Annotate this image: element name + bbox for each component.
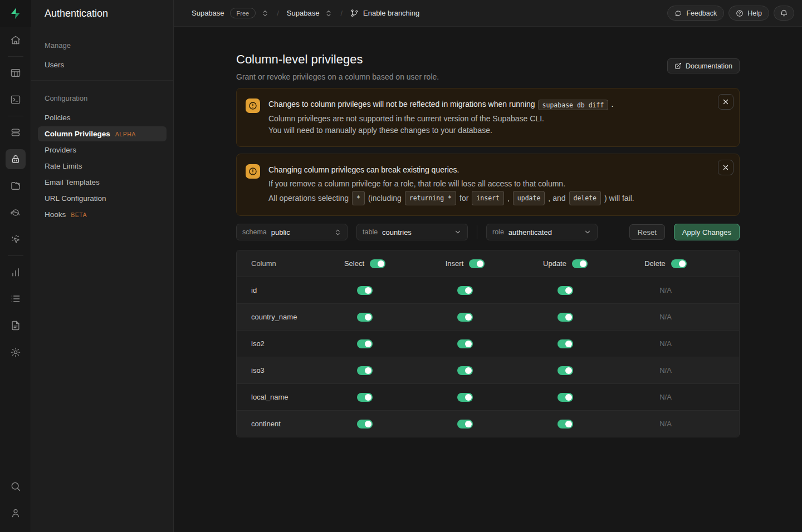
rail-item-account[interactable] [6,503,26,523]
documentation-button[interactable]: Documentation [667,58,740,73]
warning-banner-migrations: Changes to column privileges will not be… [236,88,740,147]
notifications-button[interactable] [774,6,794,21]
insert-toggle[interactable] [457,339,473,348]
update-toggle[interactable] [558,313,573,322]
supabase-logo[interactable] [0,0,31,27]
delete-na-label: N/A [659,366,672,375]
insert-all-toggle[interactable] [469,259,485,268]
feedback-button[interactable]: Feedback [667,6,724,21]
sidebar-item-policies[interactable]: Policies [38,110,167,125]
chevron-down-icon [454,228,462,236]
sidebar-item-column-privileges[interactable]: Column Privileges ALPHA [38,126,167,141]
realtime-cursor-icon [10,234,21,245]
chevrons-up-down-icon[interactable] [261,9,269,17]
sidebar-item-url-configuration[interactable]: URL Configuration [38,191,167,206]
rail-item-storage[interactable] [6,176,26,196]
table-row: local_name N/A [237,383,739,410]
delete-na-label: N/A [659,420,672,428]
home-icon [10,35,21,46]
insert-toggle[interactable] [457,313,473,322]
alpha-badge: ALPHA [115,131,136,137]
select-toggle[interactable] [357,366,373,375]
topbar: Supabase Free / Supabase / Enable branch… [174,0,802,27]
column-name: id [237,286,315,294]
table-select[interactable]: table countries [356,224,468,240]
sidebar-item-users[interactable]: Users [38,57,167,72]
filter-row: schema public table countries role authe… [236,224,740,240]
select-all-toggle[interactable] [370,259,385,268]
select-toggle[interactable] [357,420,373,428]
supabase-bolt-icon [9,7,22,20]
delete-all-toggle[interactable] [671,259,687,268]
role-select[interactable]: role authenticated [486,224,598,240]
apply-changes-button[interactable]: Apply Changes [674,224,740,240]
insert-toggle[interactable] [457,393,473,402]
insert-toggle[interactable] [457,420,473,428]
git-branch-icon [350,9,359,17]
bell-icon [780,9,788,17]
banner-title: Changes to column privileges will not be… [268,98,613,111]
update-header: Update [543,259,566,268]
schema-select[interactable]: schema public [236,224,348,240]
rail-item-table-editor[interactable] [6,63,26,83]
update-toggle[interactable] [558,286,573,295]
rail-item-settings[interactable] [6,342,26,362]
rail-item-search[interactable] [6,476,26,496]
breadcrumb-org[interactable]: Supabase [192,9,224,17]
sidebar-item-providers[interactable]: Providers [38,142,167,157]
close-icon[interactable] [718,94,733,110]
page-subtitle: Grant or revoke privileges on a column b… [236,72,439,81]
select-toggle[interactable] [357,313,373,322]
rail-item-logs[interactable] [6,289,26,309]
rail-item-reports[interactable] [6,262,26,282]
update-toggle[interactable] [558,393,573,402]
breadcrumb-project[interactable]: Supabase [287,9,320,17]
code-chip: supabase db diff [538,100,609,110]
delete-na-label: N/A [659,393,672,401]
database-icon [10,127,21,138]
bar-chart-icon [10,267,21,278]
update-all-toggle[interactable] [572,259,588,268]
breadcrumb: Supabase Free / Supabase / Enable branch… [192,8,419,18]
section-label-manage: Manage [31,39,173,56]
warning-banner-breaking-queries: Changing column privileges can break exi… [236,154,740,216]
help-button[interactable]: Help [728,6,769,21]
rail-item-realtime[interactable] [6,229,26,249]
update-toggle[interactable] [558,366,573,375]
table-row: iso2 N/A [237,330,739,357]
chevron-down-icon [584,228,591,236]
insert-header: Insert [446,259,464,268]
chevrons-up-down-icon[interactable] [325,9,332,17]
column-header: Column [237,259,315,268]
rail-item-edge-functions[interactable] [6,203,26,223]
sidebar-item-email-templates[interactable]: Email Templates [38,175,167,190]
update-toggle[interactable] [558,339,573,348]
select-toggle[interactable] [357,339,373,348]
select-toggle[interactable] [357,393,373,402]
chevrons-up-down-icon [334,229,341,236]
reset-button[interactable]: Reset [629,224,665,240]
sidebar-item-rate-limits[interactable]: Rate Limits [38,159,167,174]
privileges-table: Column Select Insert Update Delete id N/… [236,250,740,437]
rail-divider [8,116,23,116]
sidebar-divider [31,80,173,81]
update-toggle[interactable] [558,420,573,428]
select-header: Select [344,259,364,268]
rail-item-sql-editor[interactable] [6,90,26,110]
rail-item-home[interactable] [6,30,26,50]
close-icon[interactable] [718,160,733,175]
insert-toggle[interactable] [457,366,473,375]
enable-branching-button[interactable]: Enable branching [350,9,419,17]
breadcrumb-separator: / [275,9,281,17]
select-toggle[interactable] [357,286,373,295]
code-chip: insert [472,191,504,205]
breadcrumb-separator: / [338,9,345,17]
rail-item-database[interactable] [6,122,26,142]
insert-toggle[interactable] [457,286,473,295]
column-name: iso3 [237,366,315,375]
sidebar-item-hooks[interactable]: Hooks BETA [38,207,167,222]
rail-item-api-docs[interactable] [6,316,26,336]
rail-item-authentication[interactable] [6,149,26,169]
delete-header: Delete [644,259,666,268]
delete-na-label: N/A [659,339,672,348]
